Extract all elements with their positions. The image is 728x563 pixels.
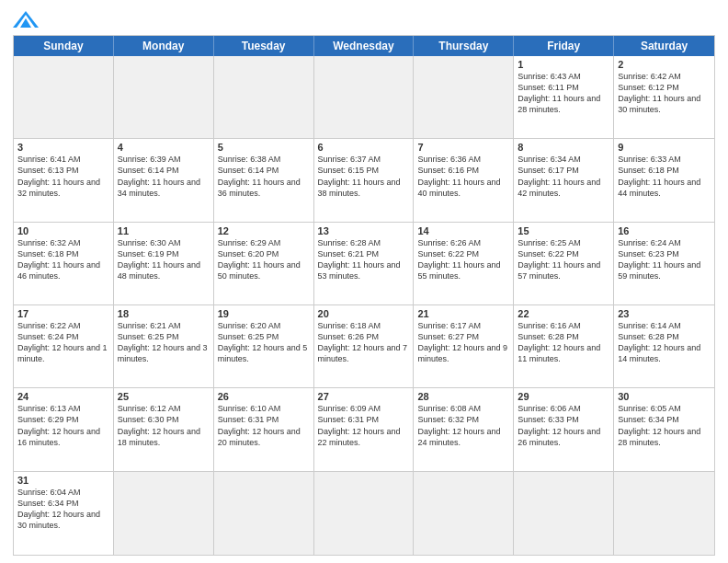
day-number: 23: [618, 308, 711, 319]
day-cell-empty: [314, 56, 415, 138]
day-cell-10: 10Sunrise: 6:32 AM Sunset: 6:18 PM Dayli…: [14, 223, 114, 304]
day-cell-13: 13Sunrise: 6:28 AM Sunset: 6:21 PM Dayli…: [314, 223, 415, 304]
day-info: Sunrise: 6:10 AM Sunset: 6:31 PM Dayligh…: [218, 403, 310, 448]
day-cell-empty: [614, 472, 714, 555]
day-cell-18: 18Sunrise: 6:21 AM Sunset: 6:25 PM Dayli…: [114, 305, 214, 387]
day-cell-8: 8Sunrise: 6:34 AM Sunset: 6:17 PM Daylig…: [514, 139, 614, 221]
day-cell-14: 14Sunrise: 6:26 AM Sunset: 6:22 PM Dayli…: [414, 223, 514, 304]
day-info: Sunrise: 6:33 AM Sunset: 6:18 PM Dayligh…: [618, 154, 711, 199]
day-number: 13: [318, 225, 410, 236]
day-info: Sunrise: 6:30 AM Sunset: 6:19 PM Dayligh…: [118, 237, 210, 282]
day-header-thursday: Thursday: [414, 36, 514, 56]
day-cell-26: 26Sunrise: 6:10 AM Sunset: 6:31 PM Dayli…: [214, 388, 314, 470]
week-row-0: 1Sunrise: 6:43 AM Sunset: 6:11 PM Daylig…: [14, 56, 714, 139]
day-info: Sunrise: 6:08 AM Sunset: 6:32 PM Dayligh…: [417, 403, 509, 448]
day-cell-31: 31Sunrise: 6:04 AM Sunset: 6:34 PM Dayli…: [14, 472, 114, 555]
day-info: Sunrise: 6:12 AM Sunset: 6:30 PM Dayligh…: [118, 403, 210, 448]
day-info: Sunrise: 6:05 AM Sunset: 6:34 PM Dayligh…: [618, 403, 711, 448]
day-number: 17: [17, 308, 109, 319]
day-number: 7: [417, 142, 509, 153]
day-info: Sunrise: 6:39 AM Sunset: 6:14 PM Dayligh…: [118, 154, 210, 199]
day-number: 4: [118, 142, 210, 153]
day-number: 8: [518, 142, 609, 153]
day-cell-19: 19Sunrise: 6:20 AM Sunset: 6:25 PM Dayli…: [214, 305, 314, 387]
day-cell-empty: [314, 472, 415, 555]
calendar-grid: 1Sunrise: 6:43 AM Sunset: 6:11 PM Daylig…: [14, 56, 714, 555]
day-number: 5: [218, 142, 310, 153]
day-cell-23: 23Sunrise: 6:14 AM Sunset: 6:28 PM Dayli…: [614, 305, 714, 387]
logo-icon: [13, 9, 39, 29]
day-info: Sunrise: 6:18 AM Sunset: 6:26 PM Dayligh…: [318, 320, 410, 365]
day-number: 29: [518, 391, 609, 402]
day-info: Sunrise: 6:43 AM Sunset: 6:11 PM Dayligh…: [518, 71, 609, 116]
day-cell-24: 24Sunrise: 6:13 AM Sunset: 6:29 PM Dayli…: [14, 388, 114, 470]
day-number: 14: [417, 225, 509, 236]
day-cell-empty: [114, 472, 214, 555]
week-row-2: 10Sunrise: 6:32 AM Sunset: 6:18 PM Dayli…: [14, 223, 714, 305]
day-cell-11: 11Sunrise: 6:30 AM Sunset: 6:19 PM Dayli…: [114, 223, 214, 304]
calendar-page: SundayMondayTuesdayWednesdayThursdayFrid…: [0, 0, 728, 563]
day-number: 22: [518, 308, 609, 319]
day-number: 28: [417, 391, 509, 402]
day-number: 27: [318, 391, 410, 402]
day-cell-9: 9Sunrise: 6:33 AM Sunset: 6:18 PM Daylig…: [614, 139, 714, 221]
day-cell-empty: [414, 56, 514, 138]
week-row-3: 17Sunrise: 6:22 AM Sunset: 6:24 PM Dayli…: [14, 305, 714, 388]
day-info: Sunrise: 6:09 AM Sunset: 6:31 PM Dayligh…: [318, 403, 410, 448]
day-header-saturday: Saturday: [614, 36, 714, 56]
day-cell-29: 29Sunrise: 6:06 AM Sunset: 6:33 PM Dayli…: [514, 388, 614, 470]
day-info: Sunrise: 6:41 AM Sunset: 6:13 PM Dayligh…: [17, 154, 109, 199]
day-info: Sunrise: 6:14 AM Sunset: 6:28 PM Dayligh…: [618, 320, 711, 365]
day-header-monday: Monday: [114, 36, 214, 56]
day-number: 3: [17, 142, 109, 153]
calendar: SundayMondayTuesdayWednesdayThursdayFrid…: [13, 35, 715, 556]
day-cell-4: 4Sunrise: 6:39 AM Sunset: 6:14 PM Daylig…: [114, 139, 214, 221]
day-number: 16: [618, 225, 711, 236]
day-cell-30: 30Sunrise: 6:05 AM Sunset: 6:34 PM Dayli…: [614, 388, 714, 470]
day-number: 30: [618, 391, 711, 402]
day-number: 2: [618, 59, 711, 70]
week-row-1: 3Sunrise: 6:41 AM Sunset: 6:13 PM Daylig…: [14, 139, 714, 222]
logo: [13, 9, 42, 29]
day-number: 6: [318, 142, 410, 153]
day-number: 10: [17, 225, 109, 236]
day-cell-empty: [514, 472, 614, 555]
day-info: Sunrise: 6:16 AM Sunset: 6:28 PM Dayligh…: [518, 320, 609, 365]
day-number: 20: [318, 308, 410, 319]
day-cell-2: 2Sunrise: 6:42 AM Sunset: 6:12 PM Daylig…: [614, 56, 714, 138]
day-cell-20: 20Sunrise: 6:18 AM Sunset: 6:26 PM Dayli…: [314, 305, 415, 387]
day-info: Sunrise: 6:38 AM Sunset: 6:14 PM Dayligh…: [218, 154, 310, 199]
day-info: Sunrise: 6:28 AM Sunset: 6:21 PM Dayligh…: [318, 237, 410, 282]
day-cell-15: 15Sunrise: 6:25 AM Sunset: 6:22 PM Dayli…: [514, 223, 614, 304]
day-header-friday: Friday: [514, 36, 614, 56]
day-cell-27: 27Sunrise: 6:09 AM Sunset: 6:31 PM Dayli…: [314, 388, 415, 470]
day-cell-empty: [214, 472, 314, 555]
day-info: Sunrise: 6:06 AM Sunset: 6:33 PM Dayligh…: [518, 403, 609, 448]
day-cell-21: 21Sunrise: 6:17 AM Sunset: 6:27 PM Dayli…: [414, 305, 514, 387]
day-headers: SundayMondayTuesdayWednesdayThursdayFrid…: [14, 36, 714, 56]
day-cell-16: 16Sunrise: 6:24 AM Sunset: 6:23 PM Dayli…: [614, 223, 714, 304]
day-cell-empty: [114, 56, 214, 138]
day-info: Sunrise: 6:26 AM Sunset: 6:22 PM Dayligh…: [417, 237, 509, 282]
day-info: Sunrise: 6:32 AM Sunset: 6:18 PM Dayligh…: [17, 237, 109, 282]
day-number: 25: [118, 391, 210, 402]
day-number: 21: [417, 308, 509, 319]
day-cell-25: 25Sunrise: 6:12 AM Sunset: 6:30 PM Dayli…: [114, 388, 214, 470]
day-info: Sunrise: 6:24 AM Sunset: 6:23 PM Dayligh…: [618, 237, 711, 282]
day-cell-7: 7Sunrise: 6:36 AM Sunset: 6:16 PM Daylig…: [414, 139, 514, 221]
day-cell-empty: [14, 56, 114, 138]
day-number: 12: [218, 225, 310, 236]
day-cell-5: 5Sunrise: 6:38 AM Sunset: 6:14 PM Daylig…: [214, 139, 314, 221]
day-number: 9: [618, 142, 711, 153]
day-info: Sunrise: 6:36 AM Sunset: 6:16 PM Dayligh…: [417, 154, 509, 199]
day-info: Sunrise: 6:22 AM Sunset: 6:24 PM Dayligh…: [17, 320, 109, 365]
day-number: 1: [518, 59, 609, 70]
day-info: Sunrise: 6:17 AM Sunset: 6:27 PM Dayligh…: [417, 320, 509, 365]
day-header-wednesday: Wednesday: [314, 36, 415, 56]
day-cell-empty: [214, 56, 314, 138]
day-cell-1: 1Sunrise: 6:43 AM Sunset: 6:11 PM Daylig…: [514, 56, 614, 138]
day-info: Sunrise: 6:25 AM Sunset: 6:22 PM Dayligh…: [518, 237, 609, 282]
day-info: Sunrise: 6:37 AM Sunset: 6:15 PM Dayligh…: [318, 154, 410, 199]
day-info: Sunrise: 6:29 AM Sunset: 6:20 PM Dayligh…: [218, 237, 310, 282]
header: [13, 9, 715, 29]
